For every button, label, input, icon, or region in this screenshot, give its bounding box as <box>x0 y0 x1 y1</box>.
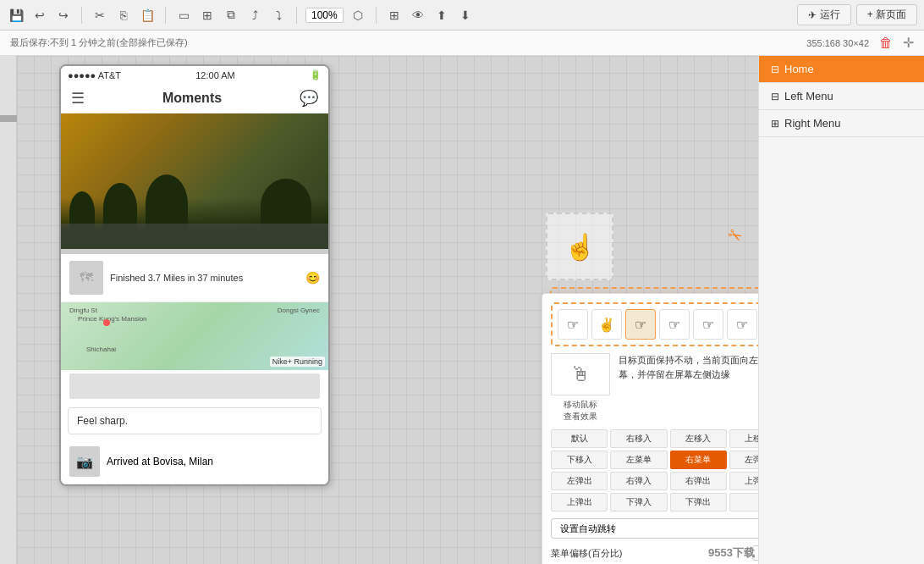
phone-smiley: 😊 <box>305 271 320 285</box>
export-icon[interactable]: ⤴ <box>245 6 264 25</box>
main-layout: ●●●●● AT&T 12:00 AM 🔋 ☰ Moments 💬 <box>0 56 924 564</box>
trans-down-in[interactable]: 下移入 <box>551 451 608 469</box>
run-label: 运行 <box>820 8 840 22</box>
interaction-panel: ☞ ✌ ☞ ☞ ☞ ☞ 🖱 移动鼠标 查看效果 目标页面保持不动，当前页面向左移… <box>542 293 758 564</box>
right-sidebar: ⊟ Home ⊟ Left Menu ⊞ Right Menu <box>758 56 924 564</box>
grid-icon2[interactable]: ⊞ <box>198 6 217 25</box>
sep4 <box>376 7 377 24</box>
phone-battery: 🔋 <box>310 69 322 80</box>
phone-nav-bar: ☰ Moments 💬 <box>61 84 328 113</box>
component-icon[interactable]: ⧉ <box>222 6 240 25</box>
sidebar-item-leftmenu[interactable]: ⊟ Left Menu <box>759 83 924 110</box>
phone-arrived-item: 📷 Arrived at Bovisa, Milan <box>61 440 328 484</box>
toolbar: 💾 ↩ ↪ ✂ ⎘ 📋 ▭ ⊞ ⧉ ⤴ ⤵ 100% ⬡ ⊞ 👁 ⬆ ⬇ ✈ 运… <box>0 0 924 30</box>
phone-map-caption: Nike+ Running <box>270 357 325 367</box>
eye-icon[interactable]: 👁 <box>409 6 427 25</box>
frame-icon[interactable]: ▭ <box>174 6 193 25</box>
upload-icon[interactable]: ⬆ <box>432 6 451 25</box>
sep1 <box>81 7 82 24</box>
left-ruler <box>0 56 17 564</box>
preview-mouse-icon: 🖱 <box>570 362 591 386</box>
preview-area: 🖱 移动鼠标 查看效果 目标页面保持不动，当前页面向左移出屏幕，并停留在屏幕左侧… <box>551 353 758 423</box>
grid-icon[interactable]: ⊞ <box>385 6 404 25</box>
transition-grid: 默认 右移入 左移入 上移入 下移入 左菜单 右菜单 左弹出 左弹出 右弹入 右… <box>551 429 758 511</box>
gesture-press[interactable]: ☞ <box>693 309 723 340</box>
trans-left-popup2[interactable]: 左弹出 <box>551 472 608 490</box>
watermark: 9553下载 <box>708 545 755 561</box>
newpage-label: + 新页面 <box>867 8 906 22</box>
phone-chat-icon[interactable]: 💬 <box>300 89 318 108</box>
scissors-icon: ✂ <box>723 223 746 247</box>
paste-icon[interactable]: 📋 <box>138 6 157 25</box>
watermark-text: 9553下载 <box>708 546 755 559</box>
statusbar: 最后保存:不到 1 分钟之前(全部操作已保存) 355:168 30×42 🗑 … <box>0 30 924 56</box>
copy-icon[interactable]: ⎘ <box>114 6 133 25</box>
trans-right-popup[interactable]: 右弹出 <box>670 472 727 490</box>
gesture-single-tap[interactable]: ☞ <box>558 309 588 340</box>
trans-right-in[interactable]: 右移入 <box>610 429 667 448</box>
trans-up-popup2[interactable]: 上弹出 <box>551 493 608 511</box>
cut-icon[interactable]: ✂ <box>91 6 109 25</box>
undo-icon[interactable]: ↩ <box>30 6 49 25</box>
trans-right-popup-in[interactable]: 右弹入 <box>610 472 667 490</box>
trans-up-popup[interactable]: 上弹出 <box>729 472 758 490</box>
sidebar-item-home[interactable]: ⊟ Home <box>759 56 924 83</box>
home-collapse-icon: ⊟ <box>771 64 779 75</box>
phone-title: Moments <box>85 91 300 106</box>
delete-icon[interactable]: 🗑 <box>879 36 893 51</box>
sidebar-leftmenu-label: Left Menu <box>784 90 833 102</box>
phone-status-bar: ●●●●● AT&T 12:00 AM 🔋 <box>61 66 328 84</box>
gesture-icons-row: ☞ ✌ ☞ ☞ ☞ ☞ <box>551 302 758 346</box>
phone-img-2 <box>69 373 320 399</box>
sidebar-rightmenu-label: Right Menu <box>784 117 840 130</box>
newpage-button[interactable]: + 新页面 <box>856 4 917 25</box>
mask-icon[interactable]: ⬡ <box>349 6 367 25</box>
phone-img-row <box>61 370 328 402</box>
phone-time: 12:00 AM <box>195 70 234 80</box>
move-icon[interactable]: ✛ <box>903 35 914 51</box>
phone-text-item: Feel sharp. <box>68 407 322 434</box>
save-icon[interactable]: 💾 <box>7 6 25 25</box>
auto-jump-dropdown[interactable]: 设置自动跳转 <box>551 518 758 539</box>
phone-mockup: ●●●●● AT&T 12:00 AM 🔋 ☰ Moments 💬 <box>59 64 330 486</box>
phone-menu-icon[interactable]: ☰ <box>71 89 85 108</box>
run-button[interactable]: ✈ 运行 <box>797 4 851 25</box>
phone-map: Dingfu St Prince Kung's Mansion Dongsi G… <box>61 302 328 370</box>
ruler-handle[interactable] <box>0 115 17 122</box>
phone-run-item: 🗺 Finished 3.7 Miles in 37 minutes 😊 <box>61 254 328 302</box>
trans-down-popup[interactable]: 下弹出 <box>670 493 727 511</box>
sep3 <box>296 7 297 24</box>
download-icon[interactable]: ⬇ <box>456 6 475 25</box>
trans-default[interactable]: 默认 <box>551 429 608 448</box>
trans-up-in[interactable]: 上移入 <box>729 429 758 448</box>
gesture-drag[interactable]: ☞ <box>659 309 690 340</box>
sidebar-item-rightmenu[interactable]: ⊞ Right Menu <box>759 110 924 137</box>
redo-icon[interactable]: ↪ <box>54 6 73 25</box>
statusbar-right: 355:168 30×42 🗑 ✛ <box>806 35 914 51</box>
phone-img-3: 📷 <box>69 446 100 477</box>
sidebar-home-label: Home <box>784 63 814 75</box>
preview-label: 移动鼠标 查看效果 <box>564 399 597 423</box>
coords-display: 355:168 30×42 <box>806 38 869 48</box>
trans-empty <box>729 493 758 511</box>
top-gesture-box[interactable]: ☝ <box>546 213 613 280</box>
gesture-double-tap[interactable]: ✌ <box>591 309 622 340</box>
preview-box: 🖱 <box>551 353 610 395</box>
sep2 <box>165 7 166 24</box>
phone-text-content: Feel sharp. <box>77 415 128 427</box>
trans-left-menu[interactable]: 左菜单 <box>610 451 667 469</box>
trans-left-in[interactable]: 左移入 <box>670 429 727 448</box>
zoom-level[interactable]: 100% <box>305 8 344 23</box>
preview-container: 🖱 移动鼠标 查看效果 <box>551 353 610 423</box>
trans-down-popup-in[interactable]: 下弹入 <box>610 493 667 511</box>
phone-hero-image <box>61 113 328 249</box>
phone-item1-text: Finished 3.7 Miles in 37 minutes <box>110 273 299 283</box>
gesture-swipe[interactable]: ☞ <box>625 309 656 340</box>
run-icon: ✈ <box>808 9 817 21</box>
trans-left-popup[interactable]: 左弹出 <box>729 451 758 469</box>
gesture-longpress[interactable]: ☞ <box>727 309 757 340</box>
import-icon[interactable]: ⤵ <box>269 6 288 25</box>
gesture-pointer-icon: ☝ <box>564 232 596 262</box>
trans-right-menu[interactable]: 右菜单 <box>670 451 727 469</box>
canvas-area[interactable]: ●●●●● AT&T 12:00 AM 🔋 ☰ Moments 💬 <box>17 56 758 564</box>
